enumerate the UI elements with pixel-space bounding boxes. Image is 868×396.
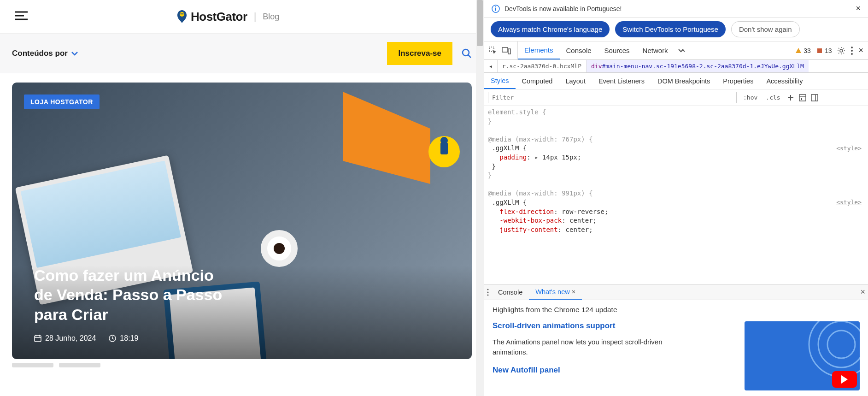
svg-rect-27 [799,95,806,101]
search-icon[interactable] [462,48,472,59]
new-style-rule-icon[interactable] [787,94,794,101]
svg-rect-30 [811,95,818,101]
site-logo[interactable]: HostGator | Blog [176,9,279,24]
gator-icon [176,9,188,24]
stylesheet-link[interactable]: <style> [836,144,862,153]
page-scrollbar[interactable] [476,0,484,396]
hamburger-menu[interactable] [14,10,29,23]
svg-point-23 [840,49,843,52]
styles-filter-input[interactable] [488,92,737,103]
article-category-badge[interactable]: LOJA HOSTGATOR [24,95,100,109]
subtab-styles[interactable]: Styles [484,73,516,89]
svg-point-10 [440,137,448,144]
whatsnew-item-desc: The Animations panel now lets you inspec… [493,337,695,357]
svg-point-34 [487,294,489,296]
tab-console[interactable]: Console [560,41,598,59]
thumbnail-strip [12,363,472,367]
svg-rect-11 [35,336,41,342]
clock-icon [109,335,116,342]
drawer-more-icon[interactable] [487,289,489,296]
blog-label[interactable]: Blog [263,12,279,22]
thumbnail[interactable] [59,363,100,367]
toggle-sidebar-icon[interactable] [811,94,818,101]
subtab-event-listeners[interactable]: Event Listeners [592,73,651,89]
subtab-properties[interactable]: Properties [716,73,760,89]
subtab-accessibility[interactable]: Accessibility [760,73,809,89]
hero-article[interactable]: LOJA HOSTGATOR Como fazer um Anúncio de … [12,83,472,359]
logo-text: HostGator [191,10,247,24]
svg-rect-22 [817,48,822,53]
issues-count[interactable]: 13 [816,47,832,54]
devtools-banner-text: DevTools is now available in Portuguese! [504,5,622,12]
warning-icon [795,47,802,54]
computed-sidebar-icon[interactable] [799,94,806,101]
chevron-down-icon [71,51,78,56]
issue-icon [816,47,823,54]
cls-toggle[interactable]: .cls [764,93,782,102]
dont-show-again-button[interactable]: Don't show again [731,21,800,37]
settings-icon[interactable] [837,47,845,55]
svg-point-35 [809,321,860,377]
whatsnew-item-title[interactable]: Scroll-driven animations support [493,321,735,331]
svg-rect-21 [508,49,510,54]
breadcrumb-item-selected[interactable]: div#main-menu-nav.sc-191e5698-2.sc-2aa83… [586,60,809,72]
subscribe-button[interactable]: Inscreva-se [387,42,452,65]
warnings-count[interactable]: 33 [795,47,811,54]
hov-toggle[interactable]: :hov [741,93,759,102]
tab-sources[interactable]: Sources [598,41,636,59]
play-icon [832,371,857,388]
close-tab-icon[interactable]: × [572,288,575,296]
switch-language-button[interactable]: Switch DevTools to Portuguese [615,21,726,37]
svg-point-17 [495,6,496,7]
article-time: 18:19 [109,334,138,343]
logo-separator: | [254,11,257,23]
svg-point-6 [463,49,469,56]
device-toolbar-icon[interactable] [502,47,511,54]
close-drawer-icon[interactable]: × [860,287,865,297]
breadcrumb-item[interactable]: r.sc-2aa8370d-0.hcxMlP [498,60,586,72]
svg-point-24 [851,47,853,48]
svg-point-37 [827,331,855,358]
whatsnew-video-thumb[interactable] [745,321,860,390]
more-tabs-icon[interactable] [674,47,689,54]
breadcrumb-scroll-left[interactable]: ◂ [484,60,498,72]
styles-panel[interactable]: element.style { } @media (max-width: 767… [484,106,868,284]
svg-point-36 [818,321,860,367]
drawer-tab-whatsnew[interactable]: What's new× [529,284,582,300]
tab-elements[interactable]: Elements [518,41,560,59]
svg-line-7 [468,55,471,58]
conteudos-label: Conteúdos por [12,49,68,58]
stylesheet-link[interactable]: <style> [836,198,862,207]
svg-rect-20 [502,47,508,52]
svg-rect-29 [801,98,802,100]
article-date: 28 Junho, 2024 [34,334,96,343]
drawer-tab-console[interactable]: Console [492,284,529,300]
svg-point-5 [182,13,184,15]
always-match-language-button[interactable]: Always match Chrome's language [491,21,610,37]
article-title: Como fazer um Anúncio de Venda: Passo a … [34,266,228,325]
subtab-dom-breakpoints[interactable]: DOM Breakpoints [651,73,716,89]
svg-point-25 [851,50,853,52]
subtab-layout[interactable]: Layout [559,73,592,89]
whatsnew-item-title[interactable]: New Autofill panel [493,366,735,375]
svg-point-3 [180,12,184,17]
tab-network[interactable]: Network [636,41,674,59]
inspect-element-icon[interactable] [489,47,497,55]
subtab-computed[interactable]: Computed [516,73,559,89]
svg-rect-18 [495,8,496,11]
more-menu-icon[interactable] [851,47,853,55]
megaphone-icon [338,83,463,202]
conteudos-dropdown[interactable]: Conteúdos por [12,49,78,58]
close-devtools-icon[interactable]: × [858,46,863,55]
svg-point-4 [181,13,182,15]
scrollbar-thumb[interactable] [477,0,483,46]
info-icon [492,5,500,13]
calendar-icon [34,335,41,342]
close-banner-icon[interactable]: × [856,4,861,13]
thumbnail[interactable] [12,363,53,367]
svg-point-33 [487,291,489,293]
whatsnew-headline: Highlights from the Chrome 124 update [493,306,860,314]
svg-point-26 [851,53,853,55]
svg-point-32 [487,289,489,290]
